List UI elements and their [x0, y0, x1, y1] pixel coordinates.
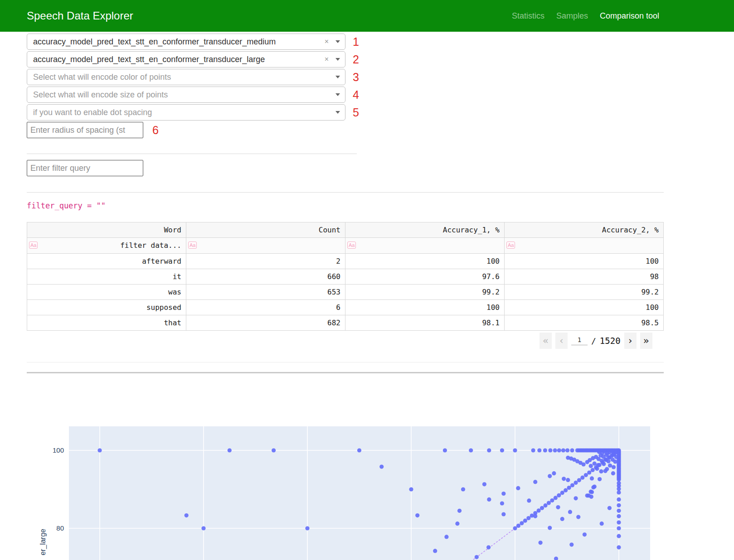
model-1-select[interactable]: accuracy_model_pred_text_stt_en_conforme…: [27, 34, 345, 50]
step-badge-2: 2: [353, 54, 359, 65]
step-badge-3: 3: [353, 72, 359, 83]
cell-accuracy1: 100: [345, 254, 505, 269]
first-page-button[interactable]: «: [540, 333, 552, 349]
size-encode-placeholder: Select what will encode size of points: [33, 90, 168, 99]
spacing-radius-input[interactable]: [27, 122, 143, 138]
chevron-down-icon[interactable]: [335, 40, 340, 43]
cell-count: 660: [186, 269, 345, 284]
cell-word: that: [27, 315, 186, 330]
cell-word: afterward: [27, 254, 186, 269]
case-sensitivity-icon[interactable]: Aa: [188, 241, 197, 249]
word-accuracy-table: Word Count Accuracy_1, % Accuracy_2, % A…: [27, 222, 664, 331]
divider: [27, 154, 357, 154]
cell-accuracy2: 100: [505, 254, 664, 269]
table-filter-row: Aa filter data... Aa Aa Aa: [27, 238, 664, 254]
clear-icon[interactable]: ×: [325, 56, 329, 63]
nav-comparison-tool[interactable]: Comparison tool: [600, 11, 659, 21]
cell-accuracy1: 97.6: [345, 269, 505, 284]
svg-text:100: 100: [53, 446, 64, 454]
previous-page-button[interactable]: ‹: [555, 333, 568, 349]
cell-accuracy1: 100: [345, 300, 505, 315]
dot-spacing-select[interactable]: if you want to enable dot spacing: [27, 104, 345, 121]
table-header-row: Word Count Accuracy_1, % Accuracy_2, %: [27, 222, 664, 238]
case-sensitivity-icon[interactable]: Aa: [29, 241, 38, 249]
cell-accuracy2: 98: [505, 269, 664, 284]
table-pagination: « ‹ / 1520 › »: [540, 332, 664, 349]
cell-accuracy2: 100: [505, 300, 664, 315]
accuracy-scatter-chart[interactable]: 10080er_large: [0, 399, 734, 560]
step-badge-1: 1: [353, 36, 359, 48]
page-total: 1520: [600, 336, 621, 346]
divider: [27, 372, 664, 373]
cell-word: was: [27, 285, 186, 299]
dot-spacing-placeholder: if you want to enable dot spacing: [33, 108, 152, 117]
table-row: was 653 99.2 99.2: [27, 285, 664, 300]
table-row: supposed 6 100 100: [27, 300, 664, 315]
svg-text:er_large: er_large: [39, 529, 47, 555]
filter-query-code: filter_query = "": [27, 201, 106, 210]
cell-accuracy1: 98.1: [345, 315, 505, 330]
model-2-select-value: accuracy_model_pred_text_stt_en_conforme…: [33, 55, 265, 64]
chevron-down-icon[interactable]: [335, 76, 340, 78]
table-row: that 682 98.1 98.5: [27, 315, 664, 331]
main-nav: Statistics Samples Comparison tool: [512, 0, 659, 32]
filter-cell-count[interactable]: Aa: [186, 238, 345, 253]
step-badge-5: 5: [353, 107, 359, 118]
step-badge-4: 4: [353, 89, 359, 101]
filter-query-input[interactable]: [27, 160, 143, 176]
filter-cell-accuracy1[interactable]: Aa: [345, 238, 505, 253]
last-page-button[interactable]: »: [640, 333, 652, 349]
cell-count: 653: [186, 285, 345, 299]
column-header-count[interactable]: Count: [186, 222, 345, 237]
model-2-select[interactable]: accuracy_model_pred_text_stt_en_conforme…: [27, 51, 345, 68]
step-badge-6: 6: [152, 125, 159, 136]
nav-samples[interactable]: Samples: [556, 11, 588, 21]
case-sensitivity-icon[interactable]: Aa: [506, 241, 515, 249]
cell-accuracy2: 98.5: [505, 315, 664, 330]
cell-word: it: [27, 269, 186, 284]
cell-accuracy2: 99.2: [505, 285, 664, 299]
divider: [27, 362, 664, 362]
case-sensitivity-icon[interactable]: Aa: [347, 241, 356, 249]
svg-text:80: 80: [56, 524, 64, 532]
next-page-button[interactable]: ›: [624, 333, 637, 349]
divider: [27, 192, 664, 193]
current-page-input[interactable]: [571, 336, 588, 345]
color-encode-select[interactable]: Select what will encode color of points: [27, 69, 345, 85]
column-header-accuracy2[interactable]: Accuracy_2, %: [505, 222, 664, 237]
filter-cell-accuracy2[interactable]: Aa: [505, 238, 664, 253]
clear-icon[interactable]: ×: [325, 38, 329, 45]
cell-count: 682: [186, 315, 345, 330]
chevron-down-icon[interactable]: [335, 111, 340, 114]
chevron-down-icon[interactable]: [335, 93, 340, 96]
model-1-select-value: accuracy_model_pred_text_stt_en_conforme…: [33, 37, 276, 46]
filter-placeholder: filter data...: [120, 241, 181, 250]
nav-statistics[interactable]: Statistics: [512, 11, 544, 21]
filter-cell-word[interactable]: Aa filter data...: [27, 238, 186, 253]
size-encode-select[interactable]: Select what will encode size of points: [27, 87, 345, 103]
color-encode-placeholder: Select what will encode color of points: [33, 72, 171, 82]
app-header: Speech Data Explorer Statistics Samples …: [0, 0, 734, 32]
cell-count: 6: [186, 300, 345, 315]
table-row: it 660 97.6 98: [27, 269, 664, 285]
column-header-word[interactable]: Word: [27, 222, 186, 237]
app-title: Speech Data Explorer: [27, 0, 133, 32]
table-row: afterward 2 100 100: [27, 254, 664, 269]
cell-accuracy1: 99.2: [345, 285, 505, 299]
column-header-accuracy1[interactable]: Accuracy_1, %: [345, 222, 505, 237]
cell-word: supposed: [27, 300, 186, 315]
chevron-down-icon[interactable]: [335, 58, 340, 61]
page-separator: /: [591, 336, 596, 346]
cell-count: 2: [186, 254, 345, 269]
